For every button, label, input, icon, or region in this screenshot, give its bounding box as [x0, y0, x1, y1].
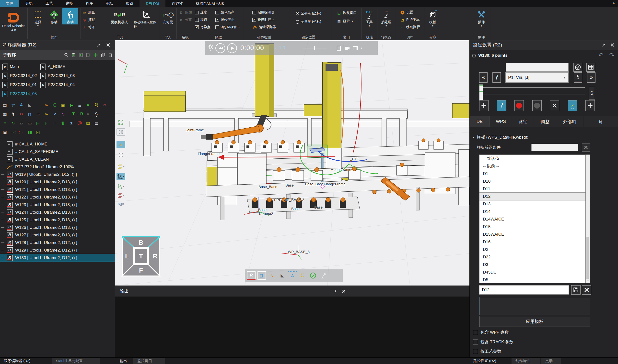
- check-message-output[interactable]: 消息面板输出: [215, 24, 242, 30]
- tab-db[interactable]: DB: [470, 116, 490, 127]
- speed-minus-icon[interactable]: −: [292, 46, 294, 50]
- template-item[interactable]: D13: [480, 200, 585, 208]
- confirm-point-button[interactable]: [574, 63, 582, 72]
- point-dropdown[interactable]: P1: Via, [J] ▼: [505, 72, 569, 83]
- add-point-after-button[interactable]: [585, 100, 595, 111]
- zoom-window-icon[interactable]: [116, 128, 125, 136]
- colored-cube-icon[interactable]: ▼: [116, 192, 125, 199]
- point-path-icon[interactable]: ∿: [42, 102, 50, 109]
- branch-icon[interactable]: ⊢: [34, 119, 42, 127]
- statement-row[interactable]: W127 [ Utool1, Uframe2, D13, () ]: [0, 231, 115, 239]
- menu-connectivity[interactable]: 连通性: [165, 0, 189, 7]
- subprogram-r2zc3214-03[interactable]: SR2ZC3214_03: [40, 72, 80, 79]
- statusbar-tab-jog[interactable]: 点动: [541, 358, 561, 364]
- signal-in-icon[interactable]: :→: [18, 129, 25, 136]
- tab-adjust[interactable]: 调整: [534, 116, 556, 127]
- statement-row[interactable]: PTP P72 Utool1 Uframe2 100%: [0, 163, 115, 171]
- settings-button[interactable]: 设置: [400, 9, 420, 16]
- close-icon[interactable]: [610, 43, 615, 47]
- statement-row[interactable]: W120 [ Utool1, Uframe2, D13, () ]: [0, 178, 115, 186]
- statement-row[interactable]: W129 [ Utool1, Uframe2, D12, () ]: [0, 247, 115, 254]
- statusbar-tab-monitor[interactable]: 监控窗口: [133, 358, 165, 364]
- check-include-track[interactable]: 包含 TRACK 参数: [473, 339, 513, 345]
- menu-process[interactable]: 工艺: [39, 0, 59, 7]
- template-list[interactable]: -- 默认值 -- -- 以前 -- D1 D10 D11 D12 D13 D1…: [479, 155, 586, 283]
- edit-detector-button[interactable]: 编辑探测器: [252, 24, 276, 30]
- record-point-button[interactable]: [514, 100, 524, 111]
- scroll-up-icon[interactable]: ▲: [587, 155, 589, 158]
- play-icon[interactable]: ▶: [68, 102, 75, 109]
- play-button[interactable]: ▶: [227, 43, 237, 53]
- s-button[interactable]: S: [589, 87, 595, 100]
- prev-point-button[interactable]: «: [479, 72, 488, 83]
- section-collapse-icon[interactable]: ▼: [472, 136, 475, 139]
- template-button[interactable]: ▪▪ 模板▼: [426, 8, 439, 27]
- pnp-coords-button[interactable]: ⬔PnP坐标: [400, 17, 420, 23]
- subprogram-main[interactable]: MMain: [2, 63, 41, 70]
- clipboard-icon[interactable]: [71, 52, 76, 57]
- subprogram-r2zc3214-02[interactable]: SR2ZC3214_02: [2, 72, 41, 79]
- template-item[interactable]: D16: [480, 238, 585, 246]
- template-filter-input[interactable]: [531, 144, 578, 151]
- check-enable-detector[interactable]: 启用探测器: [252, 9, 276, 16]
- swap-robot-button[interactable]: R⇄R 更换机器人: [105, 8, 134, 25]
- import-program-icon[interactable]: [79, 52, 83, 57]
- statement-row[interactable]: W122 [ Utool1, Uframe2, D13, () ]: [0, 193, 115, 201]
- probe-touch-button[interactable]: [574, 72, 582, 83]
- bounding-frame-icon[interactable]: ⛶: [299, 271, 307, 280]
- template-item[interactable]: D22: [480, 253, 585, 261]
- template-item[interactable]: D5: [480, 276, 585, 283]
- postprocess-button[interactable]: ↷ 后处理▼: [378, 8, 394, 27]
- joint-move-icon[interactable]: ↗: [51, 110, 58, 118]
- menu-surf-analysis[interactable]: SURF ANALYSIS: [189, 0, 230, 7]
- animation-film-icon[interactable]: [352, 45, 358, 51]
- delete-icon[interactable]: [108, 52, 113, 57]
- path-points-icon[interactable]: ∿: [268, 271, 276, 280]
- frame-box-icon[interactable]: ▣: [59, 102, 67, 109]
- statement-row[interactable]: W121 [ Utool1, Uframe2, D13, () ]: [0, 186, 115, 193]
- align-button[interactable]: ⫽对齐: [82, 24, 105, 30]
- menu-modeling[interactable]: 建模: [59, 0, 79, 7]
- check-color-highlight[interactable]: 颜色高亮: [215, 9, 242, 16]
- template-item[interactable]: -- 以前 --: [480, 162, 585, 170]
- folder-icon[interactable]: ▱: [34, 110, 42, 118]
- point-table-button[interactable]: [586, 63, 595, 72]
- move-robot-world-frame-button[interactable]: 移动机器人世界框: [134, 8, 158, 29]
- statement-row[interactable]: W123 [ Utool1, Uframe2, D13, () ]: [0, 201, 115, 208]
- comment-icon[interactable]: ▤: [93, 119, 100, 127]
- template-item[interactable]: -- 默认值 --: [480, 155, 585, 162]
- template-item-selected[interactable]: D12: [480, 193, 585, 200]
- template-item[interactable]: D14: [480, 208, 585, 215]
- view-cube[interactable]: B L T R F: [121, 235, 161, 277]
- snap-button[interactable]: ◎捕捉: [82, 17, 105, 23]
- radio-to-reference[interactable]: 至参考 (坐标): [296, 10, 321, 17]
- menu-program[interactable]: 程序: [79, 0, 99, 7]
- export-program-icon[interactable]: [86, 52, 91, 57]
- pin-icon[interactable]: [333, 289, 337, 293]
- ramp-graph-icon[interactable]: ◣: [278, 271, 286, 280]
- playback-settings-button[interactable]: ▼: [208, 44, 213, 52]
- point-position-thumb[interactable]: [479, 92, 483, 100]
- close-icon[interactable]: [342, 289, 346, 293]
- statistics-icon[interactable]: ▮▮: [26, 129, 34, 136]
- menu-delfoi[interactable]: DELFOI: [139, 0, 165, 7]
- film-dropdown-icon[interactable]: ▼: [360, 47, 363, 49]
- template-list-scrollbar[interactable]: ▲ ▼: [586, 155, 590, 283]
- verify-points-button[interactable]: ✓⌁⌁: [568, 100, 577, 111]
- solid-view-icon[interactable]: ▼: [116, 163, 125, 170]
- menu-start[interactable]: 开始: [19, 0, 39, 7]
- close-icon[interactable]: [106, 43, 110, 47]
- statusbar-tab-program-editor[interactable]: 程序编辑器 (R2): [0, 358, 34, 364]
- plugin-button[interactable]: 插件▼: [474, 8, 489, 27]
- square-wave-icon[interactable]: ⊓: [26, 110, 34, 118]
- tab-external-axis[interactable]: 外部轴: [556, 116, 583, 127]
- speed-plus-icon[interactable]: +: [329, 46, 331, 50]
- template-description-box[interactable]: [479, 297, 590, 315]
- return-icon[interactable]: ⌐: [51, 119, 58, 127]
- circular-move-icon[interactable]: C⃗: [51, 102, 58, 109]
- next-point-button[interactable]: »: [587, 72, 595, 83]
- subprogram-r2zc3214-04[interactable]: SR2ZC3214_04: [40, 81, 80, 89]
- path-position-slider[interactable]: [479, 87, 585, 88]
- sub-view-icon[interactable]: SUB⌒: [116, 202, 125, 209]
- world-axis-icon[interactable]: ▼: [116, 182, 125, 190]
